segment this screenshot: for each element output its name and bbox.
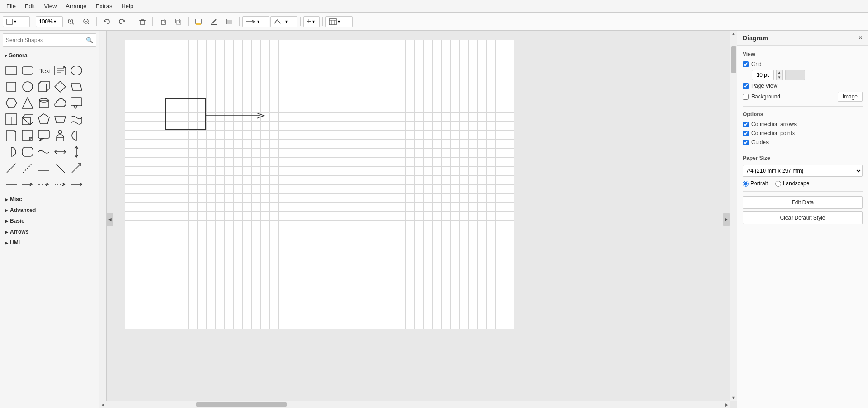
shape-line-long[interactable]: [4, 177, 19, 192]
shape-circle[interactable]: [20, 79, 35, 94]
menu-edit[interactable]: Edit: [20, 1, 39, 11]
shape-ellipse[interactable]: [69, 63, 84, 78]
undo-button[interactable]: [99, 15, 114, 28]
portrait-radio[interactable]: [743, 181, 749, 187]
canvas-arrow[interactable]: [206, 111, 269, 122]
canvas-inner[interactable]: [107, 31, 730, 401]
grid-pt-input[interactable]: [752, 70, 774, 80]
shape-arrow-diag[interactable]: [69, 160, 84, 176]
to-back-button[interactable]: [171, 15, 185, 28]
shape-hexagon[interactable]: [4, 95, 19, 111]
shape-line-diag2[interactable]: [52, 160, 68, 176]
grid-spin-down[interactable]: ▼: [776, 75, 783, 80]
grid-checkbox[interactable]: [743, 61, 749, 67]
shape-text[interactable]: Text: [36, 63, 52, 78]
connection-points-label[interactable]: Connection points: [751, 130, 795, 136]
canvas-container[interactable]: ▲ ▼ ◀ ▶ ◀ ▶: [99, 31, 737, 408]
shape-cloud[interactable]: [52, 95, 68, 111]
shape-connector-dashed[interactable]: [36, 177, 52, 192]
shape-arrow-up[interactable]: [69, 144, 84, 159]
menu-view[interactable]: View: [39, 1, 61, 11]
redo-button[interactable]: [115, 15, 129, 28]
menu-file[interactable]: File: [2, 1, 20, 11]
shadow-button[interactable]: [222, 15, 236, 28]
shape-line-diag1[interactable]: [4, 160, 19, 176]
shape-rectangle[interactable]: [4, 63, 19, 78]
shape-folded-corner[interactable]: [20, 128, 35, 143]
fill-color-button[interactable]: [191, 15, 206, 28]
shape-rounded-rect[interactable]: [20, 63, 35, 78]
shape-speech-bubble[interactable]: [36, 128, 52, 143]
landscape-radio[interactable]: [775, 181, 781, 187]
canvas-scrollbar-vertical[interactable]: ▲ ▼: [730, 31, 737, 401]
connection-arrows-checkbox[interactable]: [743, 122, 749, 127]
scrollbar-up-arrow[interactable]: ▲: [731, 31, 737, 37]
shape-bracket[interactable]: [20, 144, 35, 159]
edit-data-button[interactable]: Edit Data: [743, 196, 863, 209]
shape-arrow-both[interactable]: [52, 144, 68, 159]
category-misc-header[interactable]: ▶ Misc: [0, 194, 99, 205]
shape-table[interactable]: [4, 112, 19, 127]
menu-arrange[interactable]: Arrange: [61, 1, 91, 11]
grid-label[interactable]: Grid: [751, 61, 762, 67]
category-basic-header[interactable]: ▶ Basic: [0, 216, 99, 226]
shape-person[interactable]: [52, 128, 68, 143]
search-input[interactable]: [6, 37, 84, 43]
shape-line[interactable]: [36, 160, 52, 176]
canvas-nav-left[interactable]: ◀: [107, 213, 113, 226]
scrollbar-thumb-h[interactable]: [196, 402, 287, 407]
table-dropdown[interactable]: ▾: [326, 16, 353, 27]
shape-line-dotted-diag[interactable]: [20, 160, 35, 176]
grid-spin-up[interactable]: ▲: [776, 70, 783, 75]
scrollbar-down-arrow[interactable]: ▼: [731, 394, 737, 401]
shape-doc[interactable]: [4, 128, 19, 143]
portrait-option[interactable]: Portrait: [743, 180, 768, 187]
canvas-shape-rectangle[interactable]: [165, 98, 206, 130]
category-general-header[interactable]: ▾ General: [0, 50, 99, 61]
to-front-button[interactable]: [156, 15, 170, 28]
shape-callout[interactable]: [69, 95, 84, 111]
image-button[interactable]: Image: [838, 92, 863, 102]
canvas-scrollbar-horizontal[interactable]: ◀ ▶: [99, 401, 730, 408]
clear-default-style-button[interactable]: Clear Default Style: [743, 211, 863, 224]
background-checkbox[interactable]: [743, 94, 749, 100]
guides-checkbox[interactable]: [743, 140, 749, 145]
zoom-out-button[interactable]: [79, 15, 94, 28]
scrollbar-thumb-v[interactable]: [731, 46, 736, 73]
category-uml-header[interactable]: ▶ UML: [0, 237, 99, 248]
shape-trapezoid[interactable]: [52, 112, 68, 127]
shape-half-circle-right[interactable]: [4, 144, 19, 159]
connection-style-dropdown[interactable]: ▾: [242, 16, 269, 27]
page-view-checkbox[interactable]: [743, 83, 749, 89]
shape-box-3d[interactable]: [36, 79, 52, 94]
menu-extras[interactable]: Extras: [91, 1, 117, 11]
shape-wavy[interactable]: [69, 112, 84, 127]
shape-cube[interactable]: [20, 112, 35, 127]
category-advanced-header[interactable]: ▶ Advanced: [0, 205, 99, 216]
delete-button[interactable]: [135, 15, 150, 28]
scrollbar-track-v[interactable]: [730, 37, 737, 394]
shape-note[interactable]: [52, 63, 68, 78]
shape-half-circle-left[interactable]: [69, 128, 84, 143]
paper-size-select[interactable]: A4 (210 mm x 297 mm) A3 (297 mm x 420 mm…: [743, 165, 863, 177]
connection-points-checkbox[interactable]: [743, 131, 749, 136]
waypoint-style-dropdown[interactable]: ▾: [270, 16, 297, 27]
canvas-page[interactable]: [125, 40, 514, 329]
format-dropdown[interactable]: ▾: [3, 16, 30, 27]
background-label[interactable]: Background: [751, 94, 780, 100]
shape-connector-arrow[interactable]: [20, 177, 35, 192]
scrollbar-track-h[interactable]: [106, 401, 723, 408]
scrollbar-right-arrow[interactable]: ▶: [723, 402, 730, 408]
shape-connector-double[interactable]: [69, 177, 84, 192]
page-view-label[interactable]: Page View: [751, 83, 777, 89]
shape-diamond[interactable]: [52, 79, 68, 94]
line-color-button[interactable]: [207, 15, 221, 28]
search-icon[interactable]: 🔍: [86, 37, 93, 43]
connection-arrows-label[interactable]: Connection arrows: [751, 121, 797, 127]
shape-pentagon[interactable]: [36, 112, 52, 127]
shape-parallelogram[interactable]: [69, 79, 84, 94]
grid-color-picker[interactable]: [785, 70, 805, 80]
menu-help[interactable]: Help: [117, 1, 138, 11]
shape-cylinder[interactable]: [36, 95, 52, 111]
shape-connector-dotted[interactable]: [52, 177, 68, 192]
